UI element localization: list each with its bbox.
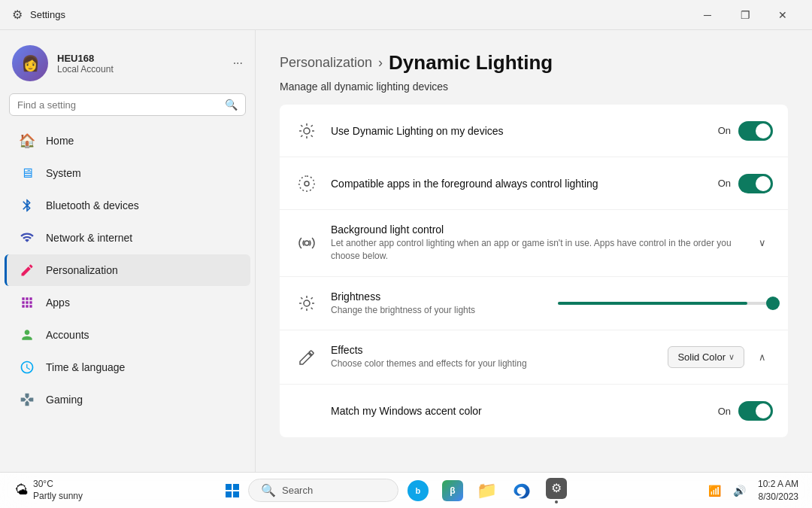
effects-icon bbox=[295, 345, 319, 370]
brightness-slider-thumb[interactable] bbox=[766, 297, 780, 310]
app-body: 👩 HEU168 Local Account ··· 🔍 🏠 Home 🖥 Sy… bbox=[0, 30, 812, 472]
search-input[interactable] bbox=[17, 99, 219, 111]
taskbar-start-button[interactable] bbox=[221, 481, 244, 500]
taskbar-center: 🔍 Search b β 📁 bbox=[93, 475, 699, 506]
apps-icon bbox=[19, 294, 35, 311]
background-light-icon bbox=[295, 231, 319, 255]
setting-row-effects: Effects Choose color themes and effects … bbox=[280, 330, 788, 385]
network-status-icon[interactable]: 📶 bbox=[704, 482, 726, 500]
dynamic-lighting-title: Use Dynamic Lighting on my devices bbox=[331, 125, 706, 137]
taskbar-app-folder[interactable]: 📁 bbox=[472, 477, 502, 504]
match-accent-icon bbox=[295, 399, 319, 423]
svg-line-14 bbox=[301, 297, 302, 299]
win-logo-piece-4 bbox=[233, 491, 239, 497]
effects-control: Solid Color ∨ ∧ bbox=[668, 346, 773, 368]
taskbar-app-vpn[interactable]: b bbox=[403, 477, 433, 504]
taskbar-clock[interactable]: 10:2 A AM 8/30/2023 bbox=[753, 475, 803, 506]
sidebar-item-home-label: Home bbox=[46, 135, 74, 147]
user-more-icon[interactable]: ··· bbox=[233, 56, 243, 70]
sidebar-item-personalization[interactable]: Personalization bbox=[5, 254, 250, 286]
sidebar-item-bluetooth[interactable]: Bluetooth & devices bbox=[5, 190, 250, 221]
sidebar-item-home[interactable]: 🏠 Home bbox=[5, 125, 250, 157]
sidebar-item-apps-label: Apps bbox=[46, 297, 70, 309]
match-accent-control: On bbox=[718, 401, 773, 421]
background-light-control: ∨ bbox=[752, 233, 773, 254]
breadcrumb-separator: › bbox=[378, 55, 383, 71]
svg-line-18 bbox=[301, 308, 302, 309]
dynamic-lighting-status: On bbox=[718, 125, 731, 136]
accounts-icon bbox=[19, 327, 35, 343]
vpn-icon: b bbox=[408, 480, 429, 501]
sound-icon[interactable]: 🔊 bbox=[729, 482, 750, 500]
svg-point-11 bbox=[304, 300, 310, 306]
sidebar: 👩 HEU168 Local Account ··· 🔍 🏠 Home 🖥 Sy… bbox=[0, 30, 256, 472]
match-accent-text: Match my Windows accent color bbox=[331, 405, 706, 417]
taskbar-right: 📶 🔊 10:2 A AM 8/30/2023 bbox=[704, 475, 803, 506]
svg-point-9 bbox=[304, 181, 309, 186]
close-button[interactable]: ✕ bbox=[765, 3, 800, 27]
effects-dropdown-label: Solid Color bbox=[677, 351, 726, 363]
user-profile[interactable]: 👩 HEU168 Local Account ··· bbox=[0, 38, 255, 93]
brightness-desc: Change the brightness of your lights bbox=[331, 304, 546, 317]
settings-card-main: Use Dynamic Lighting on my devices On Co… bbox=[280, 105, 788, 437]
taskbar-search-box[interactable]: 🔍 Search bbox=[248, 479, 398, 502]
system-icon: 🖥 bbox=[19, 165, 35, 181]
network-icon bbox=[19, 230, 35, 246]
minimize-button[interactable]: ─ bbox=[690, 3, 725, 27]
sidebar-search-box[interactable]: 🔍 bbox=[9, 93, 246, 116]
dynamic-lighting-toggle[interactable] bbox=[738, 121, 773, 141]
effects-dropdown[interactable]: Solid Color ∨ bbox=[668, 346, 744, 368]
win-logo-piece-1 bbox=[226, 484, 232, 490]
taskbar-left: 🌤 30°C Partly sunny bbox=[9, 476, 89, 505]
svg-line-8 bbox=[311, 125, 313, 126]
sidebar-item-gaming[interactable]: Gaming bbox=[5, 384, 250, 415]
breadcrumb-parent[interactable]: Personalization bbox=[280, 55, 372, 71]
setting-row-dynamic-lighting: Use Dynamic Lighting on my devices On bbox=[280, 105, 788, 157]
windows-logo-icon bbox=[226, 484, 239, 497]
taskbar-app-settings[interactable]: ⚙ bbox=[541, 475, 571, 506]
dynamic-lighting-control: On bbox=[718, 121, 773, 141]
sidebar-item-apps[interactable]: Apps bbox=[5, 287, 250, 318]
compatible-apps-text: Compatible apps in the foreground always… bbox=[331, 178, 706, 190]
taskbar-search-icon: 🔍 bbox=[261, 483, 276, 497]
setting-row-brightness: Brightness Change the brightness of your… bbox=[280, 277, 788, 331]
compatible-apps-control: On bbox=[718, 174, 773, 193]
sidebar-item-accounts[interactable]: Accounts bbox=[5, 319, 250, 351]
taskbar-app-edge[interactable] bbox=[507, 477, 537, 504]
settings-app-icon: ⚙ bbox=[546, 478, 567, 499]
settings-active-indicator bbox=[555, 500, 558, 503]
sidebar-item-accounts-label: Accounts bbox=[46, 329, 89, 341]
sidebar-item-network-label: Network & internet bbox=[46, 232, 132, 244]
svg-line-15 bbox=[311, 308, 313, 309]
title-bar: ⚙ Settings ─ ❐ ✕ bbox=[0, 0, 812, 30]
brightness-slider[interactable] bbox=[558, 302, 773, 305]
dropdown-chevron-icon: ∨ bbox=[729, 352, 735, 362]
folder-icon: 📁 bbox=[477, 480, 498, 501]
sidebar-item-gaming-label: Gaming bbox=[46, 394, 83, 406]
sidebar-item-personalization-label: Personalization bbox=[46, 264, 118, 276]
sidebar-item-system-label: System bbox=[46, 167, 81, 179]
svg-point-0 bbox=[304, 128, 310, 134]
taskbar-weather[interactable]: 🌤 30°C Partly sunny bbox=[9, 476, 89, 505]
background-light-desc: Let another app control lighting when an… bbox=[331, 237, 740, 263]
sidebar-item-system[interactable]: 🖥 System bbox=[5, 157, 250, 189]
edge-icon bbox=[511, 480, 532, 501]
background-light-expand-icon[interactable]: ∨ bbox=[752, 233, 773, 254]
background-light-text: Background light control Let another app… bbox=[331, 224, 740, 263]
title-bar-controls: ─ ❐ ✕ bbox=[690, 3, 800, 27]
nav-list: 🏠 Home 🖥 System Bluetooth & devices bbox=[0, 125, 255, 415]
setting-row-compatible-apps: Compatible apps in the foreground always… bbox=[280, 157, 788, 210]
taskbar-app-edge-beta[interactable]: β bbox=[438, 477, 468, 504]
compatible-apps-toggle[interactable] bbox=[738, 174, 773, 193]
sidebar-item-network[interactable]: Network & internet bbox=[5, 222, 250, 254]
win-logo-piece-3 bbox=[226, 491, 232, 497]
personalization-icon bbox=[19, 262, 35, 278]
match-accent-toggle[interactable] bbox=[738, 401, 773, 421]
user-account-type: Local Account bbox=[57, 64, 114, 75]
effects-collapse-icon[interactable]: ∧ bbox=[752, 347, 773, 368]
brightness-slider-container bbox=[558, 302, 773, 305]
home-icon: 🏠 bbox=[19, 132, 35, 149]
setting-row-match-accent: Match my Windows accent color On bbox=[280, 385, 788, 437]
maximize-button[interactable]: ❐ bbox=[728, 3, 762, 27]
sidebar-item-time[interactable]: Time & language bbox=[5, 351, 250, 383]
